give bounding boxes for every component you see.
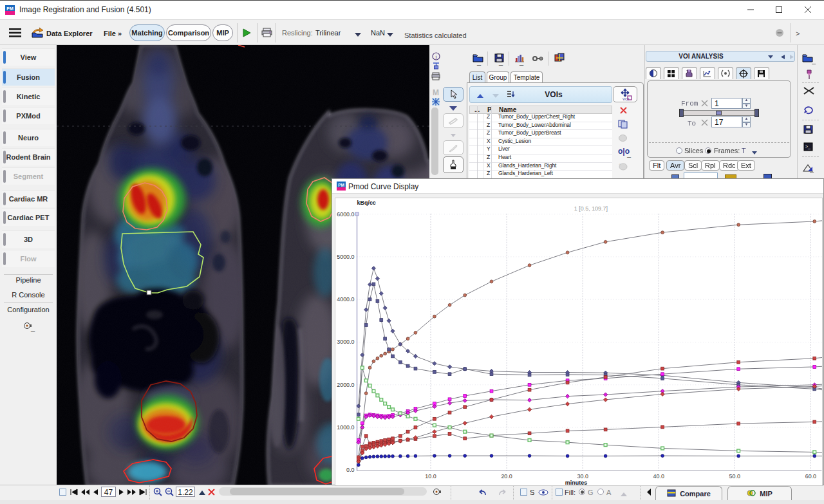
svg-text:kBq/cc: kBq/cc: [357, 200, 376, 206]
svg-text:minutes: minutes: [565, 480, 587, 486]
svg-text:0.0: 0.0: [346, 467, 354, 473]
svg-text:40.0: 40.0: [653, 473, 664, 480]
svg-text:PM: PM: [6, 6, 14, 11]
svg-text:50.0: 50.0: [729, 473, 740, 480]
svg-text:6000.0: 6000.0: [337, 211, 354, 218]
svg-text:30.0: 30.0: [577, 473, 588, 480]
svg-text:2000.0: 2000.0: [337, 382, 354, 388]
svg-text:VOI: VOI: [623, 97, 630, 101]
svg-text:3000.0: 3000.0: [337, 339, 354, 345]
svg-text:1000.0: 1000.0: [337, 424, 354, 431]
svg-text:4000.0: 4000.0: [337, 296, 354, 303]
svg-text:60.0: 60.0: [805, 473, 816, 480]
svg-text:20.0: 20.0: [501, 473, 512, 480]
svg-text:PM: PM: [338, 183, 344, 187]
svg-text:5000.0: 5000.0: [337, 254, 354, 260]
svg-text:>_: >_: [805, 144, 810, 149]
svg-text:i: i: [435, 53, 437, 60]
svg-text:1 [0.5, 109.7]: 1 [0.5, 109.7]: [574, 205, 608, 212]
svg-text:10.0: 10.0: [425, 473, 436, 480]
svg-text:+: +: [619, 162, 621, 167]
